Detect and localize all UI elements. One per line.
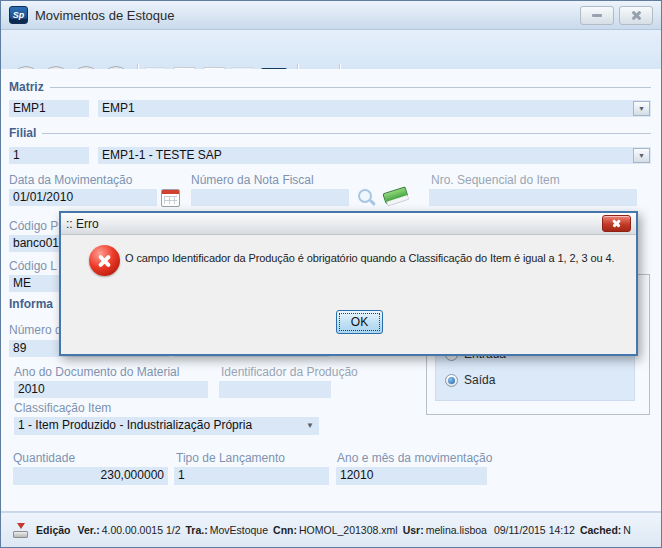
classificacao-item-select[interactable]: 1 - Item Produzido - Industrialização Pr… — [14, 417, 319, 435]
matriz-select[interactable]: EMP1 ▼ — [98, 100, 651, 117]
filial-select-value: EMP1-1 - TESTE SAP — [102, 148, 222, 162]
toolbar — [1, 30, 661, 70]
error-icon — [89, 245, 120, 276]
dialog-close-button[interactable] — [602, 215, 631, 232]
title-bar: Sp Movimentos de Estoque — [1, 1, 661, 30]
numero-doc-label: Número d — [9, 323, 62, 337]
nota-fiscal-label: Número da Nota Fiscal — [191, 173, 314, 187]
ano-mes-field[interactable]: 12010 — [336, 467, 487, 485]
status-bar: Edição Ver.:4.00.00.0015 1/2 Tra.:MovEst… — [1, 511, 661, 547]
matriz-select-value: EMP1 — [102, 101, 135, 115]
close-button[interactable] — [619, 6, 653, 25]
radio-saida-icon[interactable] — [445, 374, 458, 387]
section-rule — [42, 133, 651, 134]
section-filial: Filial — [9, 126, 651, 140]
minimize-button[interactable] — [580, 6, 614, 25]
ano-documento-label: Ano do Documento do Material — [14, 365, 179, 379]
window-title: Movimentos de Estoque — [35, 8, 174, 23]
informacoes-section-label: Informa — [9, 297, 53, 311]
status-versao: Ver.:4.00.00.0015 1/2 — [72, 524, 180, 536]
filial-select[interactable]: EMP1-1 - TESTE SAP ▼ — [98, 147, 651, 164]
section-filial-label: Filial — [9, 126, 36, 140]
ano-mes-label: Ano e mês da movimentação — [337, 451, 492, 465]
classificacao-item-value: 1 - Item Produzido - Industrialização Pr… — [18, 418, 252, 432]
status-datahora: 09/11/2015 14:12 — [487, 524, 575, 536]
error-dialog: :: Erro O campo Identificador da Produçã… — [59, 211, 638, 356]
app-window: Sp Movimentos de Estoque — [0, 0, 662, 548]
chevron-down-icon[interactable]: ▼ — [633, 148, 650, 163]
radio-saida-label: Saída — [464, 373, 495, 387]
status-usuario: Usr:melina.lisboa — [398, 524, 487, 536]
calendar-icon[interactable] — [161, 189, 180, 207]
status-conexao: Cnn:HOMOL_201308.xml — [268, 524, 398, 536]
app-logo-icon: Sp — [9, 6, 28, 24]
filial-code-field[interactable]: 1 — [9, 147, 89, 164]
error-dialog-titlebar: :: Erro — [61, 213, 636, 235]
eraser-icon[interactable] — [382, 187, 407, 207]
radio-saida[interactable]: Saída — [445, 373, 495, 387]
search-icon[interactable] — [357, 188, 376, 207]
section-matriz-label: Matriz — [9, 80, 44, 94]
codigo-p-label: Código P — [9, 219, 58, 233]
data-movimentacao-label: Data da Movimentação — [9, 173, 132, 187]
minimize-icon — [592, 14, 602, 17]
section-matriz: Matriz — [9, 80, 651, 94]
error-message: O campo Identificador da Produção é obri… — [125, 252, 633, 264]
data-movimentacao-field[interactable]: 01/01/2010 — [9, 189, 157, 206]
error-dialog-title: :: Erro — [66, 217, 99, 231]
ano-documento-field[interactable]: 2010 — [14, 381, 208, 398]
quantidade-field[interactable]: 230,000000 — [13, 467, 168, 485]
ok-button[interactable]: OK — [336, 310, 383, 334]
chevron-down-icon[interactable]: ▼ — [306, 421, 314, 430]
nota-fiscal-field[interactable] — [191, 189, 349, 206]
export-tray-icon[interactable] — [13, 523, 31, 538]
tipo-lancamento-field[interactable]: 1 — [174, 467, 329, 485]
identificador-producao-label: Identificador da Produção — [221, 365, 358, 379]
status-edicao: Edição — [31, 524, 72, 536]
chevron-down-icon[interactable]: ▼ — [633, 101, 650, 116]
classificacao-item-label: Classificação Item — [14, 401, 111, 415]
sequencial-item-field[interactable] — [429, 189, 637, 206]
status-cached: Cached:N — [575, 524, 631, 536]
identificador-producao-field[interactable] — [219, 381, 331, 398]
status-transacao: Tra.:MovEstoque — [181, 524, 269, 536]
section-rule — [50, 87, 651, 88]
matriz-code-field[interactable]: EMP1 — [9, 100, 89, 117]
quantidade-label: Quantidade — [13, 451, 75, 465]
sequencial-item-label: Nro. Sequencial do Item — [431, 173, 560, 187]
tipo-lancamento-label: Tipo de Lançamento — [176, 451, 285, 465]
codigo-l-label: Código L — [9, 259, 57, 273]
